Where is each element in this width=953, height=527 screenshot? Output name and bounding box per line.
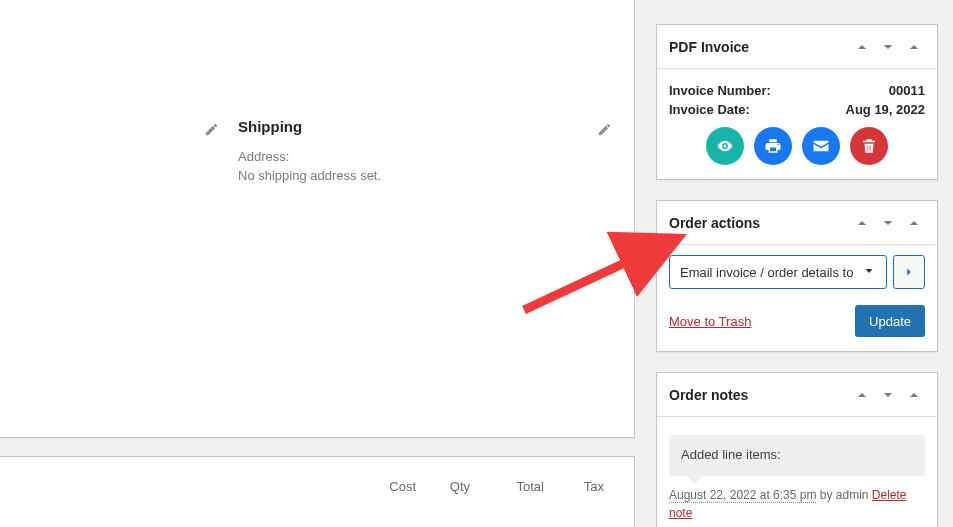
shipping-section: Shipping Address: No shipping address se… bbox=[238, 118, 618, 183]
order-action-select[interactable]: Email invoice / order details to bbox=[669, 255, 887, 289]
col-tax: Tax bbox=[544, 479, 604, 494]
address-label: Address: bbox=[238, 149, 618, 164]
view-invoice-button[interactable] bbox=[706, 127, 744, 165]
invoice-date-label: Invoice Date: bbox=[669, 102, 750, 117]
pdf-invoice-title: PDF Invoice bbox=[669, 39, 749, 55]
delete-invoice-button[interactable] bbox=[850, 127, 888, 165]
order-data-panel: Shipping Address: No shipping address se… bbox=[0, 0, 635, 438]
print-invoice-button[interactable] bbox=[754, 127, 792, 165]
run-action-button[interactable] bbox=[893, 255, 925, 289]
order-note-meta: August 22, 2022 at 6:35 pm by admin Dele… bbox=[669, 486, 925, 522]
pdf-invoice-header: PDF Invoice bbox=[657, 25, 937, 69]
move-up-icon[interactable] bbox=[855, 388, 873, 402]
pdf-invoice-metabox: PDF Invoice Invoice Number: 00011 Invoic… bbox=[656, 24, 938, 180]
invoice-date-value: Aug 19, 2022 bbox=[846, 102, 926, 117]
order-note: Added line items: bbox=[669, 435, 925, 476]
invoice-number-label: Invoice Number: bbox=[669, 83, 771, 98]
order-note-by: by admin bbox=[816, 488, 871, 502]
update-button[interactable]: Update bbox=[855, 305, 925, 337]
move-down-icon[interactable] bbox=[881, 40, 899, 54]
no-shipping-text: No shipping address set. bbox=[238, 168, 618, 183]
shipping-heading: Shipping bbox=[238, 118, 618, 135]
order-note-body: Added line items: bbox=[681, 447, 781, 462]
order-items-panel: Cost Qty Total Tax bbox=[0, 456, 635, 527]
order-note-timestamp: August 22, 2022 at 6:35 pm bbox=[669, 488, 816, 503]
order-notes-header: Order notes bbox=[657, 373, 937, 417]
move-to-trash-link[interactable]: Move to Trash bbox=[669, 314, 751, 329]
col-qty: Qty bbox=[416, 479, 470, 494]
edit-billing-pencil-icon[interactable] bbox=[198, 116, 224, 142]
move-up-icon[interactable] bbox=[855, 216, 873, 230]
order-notes-title: Order notes bbox=[669, 387, 748, 403]
sidebar: PDF Invoice Invoice Number: 00011 Invoic… bbox=[656, 24, 938, 527]
order-actions-header: Order actions bbox=[657, 201, 937, 245]
col-cost: Cost bbox=[356, 479, 416, 494]
move-down-icon[interactable] bbox=[881, 216, 899, 230]
items-table-header: Cost Qty Total Tax bbox=[356, 479, 604, 494]
chevron-down-icon bbox=[862, 264, 876, 281]
order-notes-metabox: Order notes Added line items: August 22,… bbox=[656, 372, 938, 527]
toggle-icon[interactable] bbox=[907, 40, 925, 54]
order-action-select-value: Email invoice / order details to bbox=[680, 265, 853, 280]
move-up-icon[interactable] bbox=[855, 40, 873, 54]
toggle-icon[interactable] bbox=[907, 388, 925, 402]
order-actions-title: Order actions bbox=[669, 215, 760, 231]
toggle-icon[interactable] bbox=[907, 216, 925, 230]
email-invoice-button[interactable] bbox=[802, 127, 840, 165]
col-total: Total bbox=[470, 479, 544, 494]
main-column: Shipping Address: No shipping address se… bbox=[0, 0, 635, 527]
move-down-icon[interactable] bbox=[881, 388, 899, 402]
order-actions-metabox: Order actions Email invoice / order deta… bbox=[656, 200, 938, 352]
invoice-number-value: 00011 bbox=[889, 83, 925, 98]
